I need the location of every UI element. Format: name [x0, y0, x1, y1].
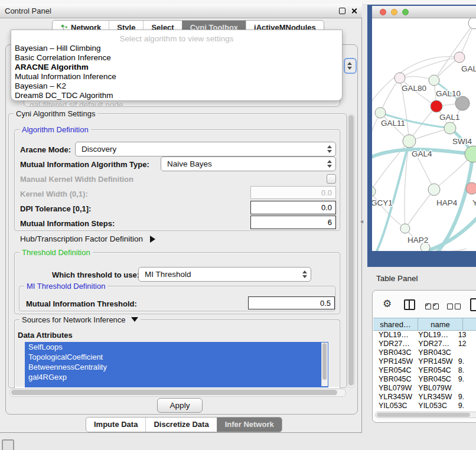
network-node-label: GAL1: [439, 113, 460, 122]
which-threshold-select[interactable]: MI Threshold: [138, 267, 311, 282]
settings-horizontal-scrollbar[interactable]: [9, 389, 346, 397]
tab-discretize-data[interactable]: Discretize Data: [145, 418, 216, 432]
network-node[interactable]: [465, 146, 476, 162]
tab-label: Impute Data: [94, 418, 138, 432]
network-canvas[interactable]: GALGAL80GAL10GAL1GAL11SWI4GAL4GCY1HAP4YH…: [372, 18, 476, 251]
network-node[interactable]: [429, 75, 439, 86]
settings-vertical-scrollbar[interactable]: [347, 114, 355, 388]
attribute-list-item[interactable]: SelfLoops: [25, 342, 328, 352]
close-panel-icon[interactable]: [351, 8, 357, 14]
dropdown-item[interactable]: Bayesian – K2: [11, 81, 342, 91]
gear-icon[interactable]: ⚙: [383, 298, 392, 309]
dropdown-item[interactable]: Mutual Information Inference: [11, 72, 342, 81]
tab-impute-data[interactable]: Impute Data: [86, 418, 145, 432]
aracne-mode-select[interactable]: Discovery: [75, 142, 336, 156]
network-node[interactable]: [403, 135, 416, 148]
table-cell: 13: [453, 331, 476, 340]
collapsed-panel-icon[interactable]: [2, 439, 14, 450]
tab-label: Infer Network: [225, 418, 274, 432]
apply-button[interactable]: Apply: [157, 398, 203, 413]
mac-minimize-icon[interactable]: [391, 9, 397, 15]
table-row[interactable]: YDL19…YDL19…13: [373, 331, 476, 340]
network-node[interactable]: [372, 186, 376, 197]
mi-algorithm-type-label: Mutual Information Algorithm Type:: [20, 160, 149, 169]
threshold-definition-title: Threshold Definition: [19, 248, 93, 257]
mi-threshold-group-title: MI Threshold Definition: [24, 282, 107, 291]
table-cell: 9.: [453, 393, 476, 402]
table-cell: YPR145W: [413, 357, 452, 366]
table-horizontal-scrollbar[interactable]: [375, 412, 476, 418]
table-cell: 9.: [453, 375, 476, 384]
network-node[interactable]: [400, 224, 410, 233]
hub-expander[interactable]: Hub/Transcription Factor Definition: [20, 234, 155, 243]
mac-close-icon[interactable]: [380, 9, 386, 15]
mi-algorithm-type-select[interactable]: Naive Bayes: [161, 156, 336, 171]
network-node[interactable]: [395, 73, 405, 83]
network-node-label: GCY1: [372, 198, 393, 207]
table-row[interactable]: YDR27…YDR27…12: [373, 340, 476, 348]
splitter-collapse-icon[interactable]: ◄: [359, 219, 364, 224]
table-column-header[interactable]: A: [463, 318, 476, 331]
network-node[interactable]: [466, 182, 476, 194]
select-all-icon[interactable]: [425, 301, 441, 312]
sources-group-title[interactable]: Sources for Network Inference: [19, 315, 141, 324]
network-edge[interactable]: [405, 190, 434, 229]
network-node[interactable]: [431, 100, 442, 112]
network-node[interactable]: [444, 122, 456, 134]
table-cell: YBR043C: [373, 348, 413, 357]
dropdown-item[interactable]: Dream8 DC_TDC Algorithm: [11, 91, 342, 100]
tab-label: Discretize Data: [154, 418, 208, 432]
network-window-titlebar[interactable]: [372, 6, 476, 18]
new-table-icon[interactable]: [470, 298, 476, 311]
mi-threshold-label: Mutual Information Threshold:: [26, 299, 137, 308]
network-node[interactable]: [375, 107, 386, 118]
network-edge[interactable]: [372, 191, 405, 229]
columns-icon[interactable]: [404, 299, 415, 310]
table-column-header[interactable]: shared…: [373, 318, 418, 331]
attribute-list-item[interactable]: TopologicalCoefficient: [25, 352, 328, 362]
network-edge[interactable]: [380, 78, 400, 113]
manual-kernel-width-checkbox[interactable]: [327, 174, 336, 184]
expander-collapsed-icon: [150, 236, 155, 243]
algorithm-combo-spinner[interactable]: [344, 58, 357, 74]
attribute-list-item[interactable]: gal4RGexp: [25, 372, 328, 382]
table-cell: YBR045C: [413, 375, 452, 384]
network-node[interactable]: [454, 52, 465, 63]
data-attributes-list[interactable]: SelfLoopsTopologicalCoefficientBetweenne…: [25, 342, 328, 387]
mac-zoom-icon[interactable]: [402, 9, 409, 15]
table-row[interactable]: YBR045CYBR045C9.: [373, 375, 476, 384]
dropdown-placeholder: Select algorithm to view settings: [11, 34, 342, 44]
manual-kernel-width-label: Manual Kernel Width Definition: [20, 175, 133, 184]
table-column-header[interactable]: name: [418, 318, 463, 331]
mi-steps-label: Mutual Information Steps:: [20, 219, 115, 228]
deselect-all-icon[interactable]: [447, 301, 462, 312]
kernel-width-field: 0.0: [250, 186, 336, 199]
spinner-icon: [347, 62, 352, 70]
network-edge[interactable]: [372, 57, 459, 107]
table-row[interactable]: YER054CYER054C8.: [373, 366, 476, 375]
network-node[interactable]: [428, 184, 440, 195]
attribute-list-item[interactable]: BetweennessCentrality: [25, 362, 328, 372]
dropdown-item[interactable]: Bayesian – Hill Climbing: [11, 44, 342, 53]
dropdown-item[interactable]: Basic Correlation Inference: [11, 53, 342, 63]
mi-steps-field[interactable]: 6: [250, 216, 336, 229]
which-threshold-value: MI Threshold: [145, 270, 191, 279]
table-row[interactable]: YBL079WYBL079W: [373, 384, 476, 393]
dropdown-item[interactable]: ARACNE Algorithm: [11, 63, 342, 72]
network-node-label: GAL10: [436, 89, 461, 98]
network-node[interactable]: [468, 18, 476, 29]
float-panel-icon[interactable]: [339, 8, 345, 14]
table-cell: YDR27…: [373, 340, 413, 348]
tab-infer-network[interactable]: Infer Network: [217, 418, 282, 432]
table-row[interactable]: YPR145WYPR145W9.: [373, 357, 476, 366]
table-row[interactable]: YBR043CYBR043C: [373, 348, 476, 357]
mi-threshold-field[interactable]: 0.5: [248, 296, 335, 309]
table-row[interactable]: YLR345WYLR345W9.: [373, 393, 476, 402]
table-cell: YBL079W: [373, 384, 413, 393]
attributes-list-scrollbar[interactable]: [321, 343, 328, 386]
network-node[interactable]: [455, 96, 470, 110]
attribute-list-item-partial[interactable]: [25, 382, 328, 387]
table-row[interactable]: YIL053CYIL053C9.: [373, 402, 476, 410]
control-panel-titlebar: Control Panel: [0, 4, 362, 18]
dpi-tolerance-field[interactable]: 0.0: [250, 201, 336, 214]
